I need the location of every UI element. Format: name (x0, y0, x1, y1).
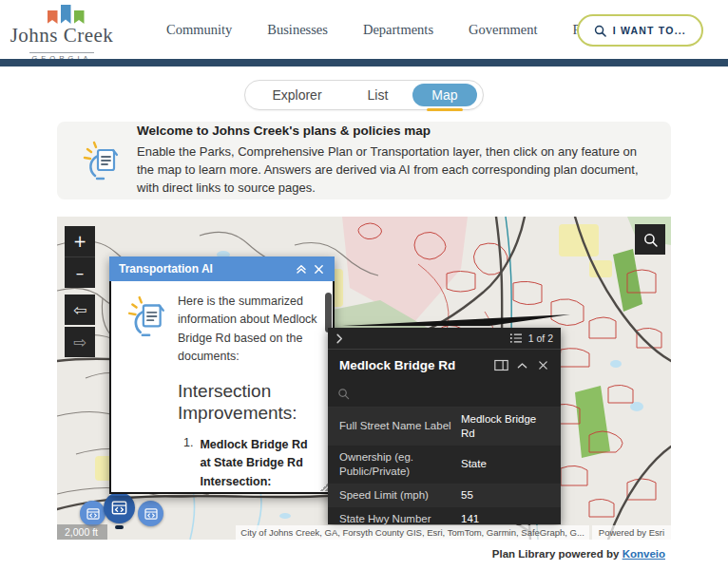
johns-creek-logo[interactable]: Johns Creek GEORGIA (10, 5, 114, 65)
plan-marker-1[interactable] (80, 501, 105, 526)
chevron-right-icon (335, 333, 343, 344)
ai-section-heading: Intersection Improvements: (178, 380, 319, 426)
feature-list-icon[interactable] (509, 332, 523, 344)
site-header: Johns Creek GEORGIA Community Businesses… (0, 0, 728, 59)
field-value: 55 (461, 488, 549, 503)
previous-extent-button[interactable]: ⇦ (65, 294, 95, 325)
search-icon (643, 233, 658, 247)
ai-lightbulb-document-icon (82, 140, 120, 181)
nav-item-businesses[interactable]: Businesses (267, 22, 328, 38)
ai-summary-intro: Here is the summarized information about… (178, 293, 319, 367)
nav-item-departments[interactable]: Departments (363, 22, 433, 38)
page: Johns Creek GEORGIA Community Businesses… (0, 0, 728, 570)
ai-lightbulb-document-icon (126, 293, 166, 338)
pager-count: 1 of 2 (528, 332, 553, 344)
table-row: State Hwy Number 141 (328, 507, 561, 524)
transportation-ai-panel: Transportation AI (109, 256, 335, 496)
plan-marker-2-selected[interactable] (104, 492, 135, 523)
document-window-icon (144, 506, 159, 522)
tab-explorer[interactable]: Explorer (249, 84, 344, 106)
zoom-to-feature-icon[interactable] (337, 388, 350, 400)
plan-marker-3[interactable] (138, 501, 163, 526)
zoom-controls: + – (65, 226, 95, 288)
table-row: Speed Limit (mph) 55 (328, 484, 561, 507)
i-want-to-button[interactable]: I WANT TO... (577, 14, 703, 47)
welcome-body: Enable the Parks, Comprehensive Plan or … (137, 143, 652, 198)
extent-controls: ⇦ ⇨ (65, 294, 95, 357)
feature-popup: 1 of 2 Medlock Bridge Rd (328, 328, 561, 524)
field-value: 141 (461, 512, 549, 524)
field-label: Full Street Name Label (339, 419, 451, 433)
plus-icon: + (73, 234, 86, 250)
next-feature-button[interactable] (335, 333, 343, 344)
plan-library-credit: Plan Library powered by Konveio (492, 548, 665, 560)
view-switcher: Explorer List Map (244, 80, 483, 110)
map-container: + – ⇦ ⇨ (57, 217, 671, 540)
collapse-panel-button[interactable] (293, 260, 310, 277)
document-window-icon (110, 499, 128, 517)
field-label: Speed Limit (mph) (339, 488, 451, 503)
scrollbar-thumb[interactable] (325, 293, 332, 332)
minus-icon: – (76, 265, 85, 281)
table-row: Ownership (eg. Public/Private) State (328, 446, 561, 484)
scale-bar: 2,000 ft (57, 524, 107, 540)
next-extent-button[interactable]: ⇨ (65, 327, 95, 357)
field-value: State (461, 457, 549, 471)
collapse-popup-button[interactable] (511, 355, 532, 376)
search-icon (594, 25, 606, 37)
zoom-in-button[interactable]: + (65, 226, 95, 256)
popup-action-row (328, 381, 561, 408)
double-chevron-up-icon (296, 263, 307, 275)
list-number: 1. (183, 436, 193, 491)
popup-pagination-bar: 1 of 2 (328, 328, 561, 350)
close-icon (538, 360, 548, 370)
close-icon (314, 264, 324, 275)
table-row: Full Street Name Label Medlock Bridge Rd (328, 408, 561, 446)
logo-title: Johns Creek (10, 24, 114, 48)
credit-prefix: Plan Library powered by (492, 548, 620, 560)
zoom-out-button[interactable]: – (65, 256, 95, 288)
ai-list-item: Medlock Bridge Rd at State Bridge Rd Int… (200, 436, 319, 491)
nav-item-community[interactable]: Community (166, 22, 232, 38)
close-popup-button[interactable] (532, 355, 553, 376)
map-search-button[interactable] (635, 224, 665, 255)
marker-anchor-dot (115, 525, 124, 529)
scale-label: 2,000 ft (65, 526, 98, 538)
konveio-link[interactable]: Konveio (623, 548, 665, 560)
popup-title: Medlock Bridge Rd (339, 358, 490, 372)
arrow-right-icon: ⇨ (73, 334, 86, 351)
attribute-table: Full Street Name Label Medlock Bridge Rd… (328, 408, 561, 524)
document-window-icon (86, 506, 101, 522)
ai-panel-header[interactable]: Transportation AI (109, 256, 335, 281)
tab-map[interactable]: Map (412, 84, 476, 106)
tab-list[interactable]: List (345, 84, 412, 106)
ai-panel-title: Transportation AI (119, 262, 293, 276)
field-label: State Hwy Number (339, 512, 451, 524)
welcome-banner: Welcome to Johns Creek's plans & policie… (57, 122, 671, 200)
field-value: Medlock Bridge Rd (461, 412, 549, 441)
field-label: Ownership (eg. Public/Private) (339, 450, 451, 479)
welcome-title: Welcome to Johns Creek's plans & policie… (137, 124, 652, 138)
arrow-left-icon: ⇦ (73, 302, 86, 318)
dock-icon (494, 359, 508, 371)
nav-item-government[interactable]: Government (469, 22, 537, 38)
chevron-up-icon (517, 362, 527, 370)
popup-title-bar: Medlock Bridge Rd (328, 350, 561, 381)
attribution-text: City of Johns Creek, GA, Forsyth County … (236, 525, 588, 540)
dock-popup-button[interactable] (490, 355, 511, 376)
logo-ribbons-icon (17, 5, 114, 24)
navy-divider-bar (0, 59, 728, 66)
close-panel-button[interactable] (310, 260, 327, 277)
i-want-to-label: I WANT TO... (613, 25, 686, 36)
ai-panel-body: Here is the summarized information about… (109, 281, 335, 494)
powered-by-esri: Powered by Esri (592, 525, 671, 540)
map-attribution: City of Johns Creek, GA, Forsyth County … (236, 525, 671, 540)
